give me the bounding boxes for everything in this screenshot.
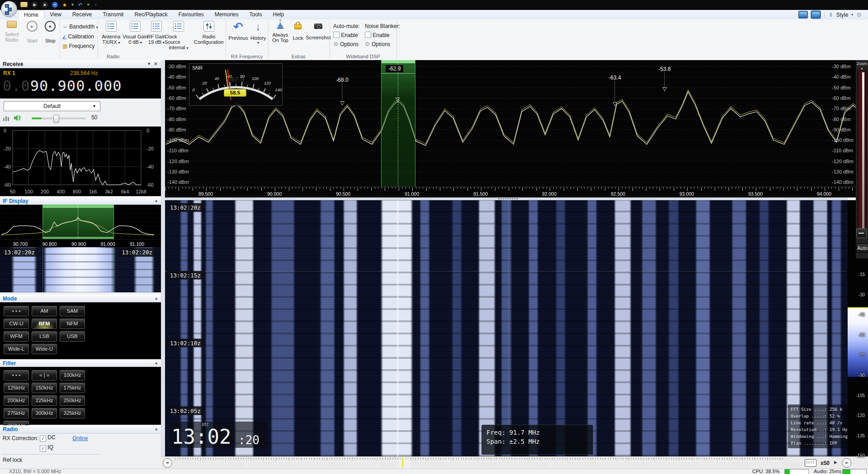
lock-button[interactable]: Lock [291,21,305,41]
mode-button[interactable]: CW-U [4,319,29,329]
play-icon[interactable]: ▶ [32,2,38,8]
if-spectrum[interactable] [0,205,161,239]
volume-slider[interactable] [32,117,86,119]
if-frequency-scale[interactable]: 90.70090.80090.90091.00091.100 [0,239,161,248]
always-on-top-button[interactable]: Always On Top [270,21,290,43]
previous-frequency-button[interactable]: ↶ Previous [228,21,249,41]
mode-button[interactable]: SAM [60,306,85,316]
start-button[interactable]: ▶ Start [24,21,40,43]
undo-icon[interactable]: ↶ [78,2,83,8]
stop-button[interactable]: ■ Stop [42,21,58,43]
frequency-digits[interactable]: 90.900.000 [30,77,122,94]
menu-tab[interactable]: Memories [209,10,244,19]
tuning-passband[interactable]: -62.9 ▽ [381,60,415,187]
filter-button[interactable]: 275kHz [4,408,29,418]
monitor-1-icon[interactable] [798,11,808,19]
menu-tab[interactable]: Rec/Playback [129,10,173,19]
mode-button[interactable]: Wide-L [4,344,29,354]
history-dropdown[interactable]: ↓ History ▾ [249,21,268,45]
nav-step-right-icon[interactable]: ▶ [834,460,837,465]
quickbar-more-icon[interactable]: ⌄ [94,2,98,6]
noise-blanker-options-button[interactable]: ⚙ Options [365,40,400,49]
settings-gear-icon[interactable]: ⚙ [856,11,862,18]
frequency-display[interactable]: RX 1 238,564 Hz 0.090.900.000 [0,68,161,99]
auto-mute-options-button[interactable]: ⚙ Options [333,40,360,49]
menu-tab[interactable]: View [44,10,67,19]
style-label[interactable]: Style [836,12,849,18]
filter-button[interactable]: 150kHz [32,383,57,393]
radio-section-header[interactable]: Radio ▴ [0,425,161,434]
online-link[interactable]: Online [72,435,88,441]
wideband-spectrum[interactable]: -62.9 ▽ -68.0▽ -63.4▽ -53.6▽ -30 dBm-40 … [165,60,857,197]
filter-button[interactable]: 200kHz [4,395,29,406]
menu-tab[interactable]: Help [268,10,290,19]
mode-button[interactable]: NFM [60,319,85,329]
bandwidth-button[interactable]: ⇔ Bandwidth ▾ [62,22,98,32]
equalizer-icon[interactable] [3,115,9,121]
auto-button[interactable]: Auto [856,244,868,253]
auto-mute-enable-checkbox[interactable]: Enable [333,31,360,40]
zoom-slider-thumb[interactable] [856,228,867,238]
menu-tab[interactable]: Tools [244,10,268,19]
filter-button[interactable]: 175kHz [60,383,85,393]
receive-panel-header[interactable]: Receive ▾ ✕ [0,60,161,69]
radio-configuration-button[interactable]: Radio Configuration [194,21,223,45]
style-spinner-icon[interactable]: ⇕ [829,12,833,18]
nav-current-span[interactable] [399,458,410,468]
filter-button[interactable]: « | » [32,370,57,380]
radio-collapse-icon[interactable]: ▴ [155,427,157,431]
antenna-dropdown[interactable]: Antenna TX/RX ▾ [99,21,123,45]
dc-checkbox[interactable]: ✓ DC [40,434,56,442]
folder-icon[interactable] [20,2,28,9]
rf-gain-dropdown[interactable]: RF Gain 19 dB ▾ [146,21,167,45]
camera-icon[interactable]: ● [71,2,74,7]
spectrum-frequency-ruler[interactable]: 89.50090.00090.50091.00091.50092.00092.5… [165,187,857,198]
visual-gain-dropdown[interactable]: Visual Gain 0 dB ▾ [122,21,148,45]
filter-button[interactable]: 100kHz [60,370,85,380]
mode-button[interactable]: • • • [4,306,29,316]
mode-button[interactable]: AM [32,306,57,316]
filter-button[interactable]: 300kHz [32,408,57,418]
volume-slider-thumb[interactable] [53,115,59,123]
filter-button[interactable]: 325kHz [60,408,85,418]
stop-icon[interactable]: ■ [42,2,48,8]
nav-zoom-factor[interactable]: x50 [821,460,830,466]
mode-button[interactable]: BFM [32,319,57,329]
menu-tab[interactable]: Receive [67,10,97,19]
filter-collapse-icon[interactable]: ▴ [155,361,157,365]
mode-button[interactable]: Wide-U [32,344,57,354]
clock-source-dropdown[interactable]: Clock Source internal ▾ [165,21,193,50]
zoom-label[interactable]: Zoom ▾ [856,60,868,70]
menu-tab[interactable]: Home [18,10,44,20]
noise-blanker-enable-checkbox[interactable]: Enable [365,31,400,40]
filter-button[interactable]: 250kHz [60,395,85,406]
zoom-slider-track[interactable] [857,70,867,234]
profile-dropdown[interactable]: Default ▼ [4,101,100,111]
menu-tab[interactable]: Transmit [97,10,129,19]
audio-spectrum[interactable]: 0-20-40-60 0-20-40-60 501002004008001k63… [0,127,161,196]
if-collapse-icon[interactable]: ▴ [155,198,157,203]
mode-collapse-icon[interactable]: ▴ [155,296,157,300]
keyboard-entry-icon[interactable] [805,459,816,467]
calibration-button[interactable]: ◭ Calibration [62,32,98,42]
iq-checkbox[interactable]: ✓ IQ [40,444,53,452]
speaker-icon[interactable] [13,114,21,122]
if-waterfall[interactable]: 13:02:20z 13:02:20z [0,247,161,292]
mode-button[interactable]: WFM [4,331,29,342]
monitor-2-icon[interactable] [811,11,821,19]
app-logo[interactable] [1,1,17,17]
mode-button[interactable]: LSB [32,331,57,342]
panel-collapse-icon[interactable]: ▾ [148,61,150,66]
frequency-button[interactable]: ▦ Frequency [62,42,98,51]
filter-button[interactable]: 125kHz [4,383,29,393]
add-icon[interactable]: ＋ [52,2,58,8]
style-dropdown-icon[interactable]: ▾ [851,13,853,17]
favourite-star-icon[interactable]: ★ [62,2,67,8]
wideband-waterfall[interactable]: 13:02:20z13:02:15z13:02:10z13:02:05z 13:… [165,200,848,456]
mode-button[interactable]: USB [60,331,85,342]
nav-ruler[interactable]: 20.00040.00060.00080.000100.000120.00014… [175,458,784,468]
filter-button[interactable]: 225kHz [32,395,57,406]
select-radio-button[interactable]: Select Radio [2,21,22,42]
panel-close-icon[interactable]: ✕ [154,61,158,67]
screenshot-button[interactable]: Screenshot [306,21,331,40]
